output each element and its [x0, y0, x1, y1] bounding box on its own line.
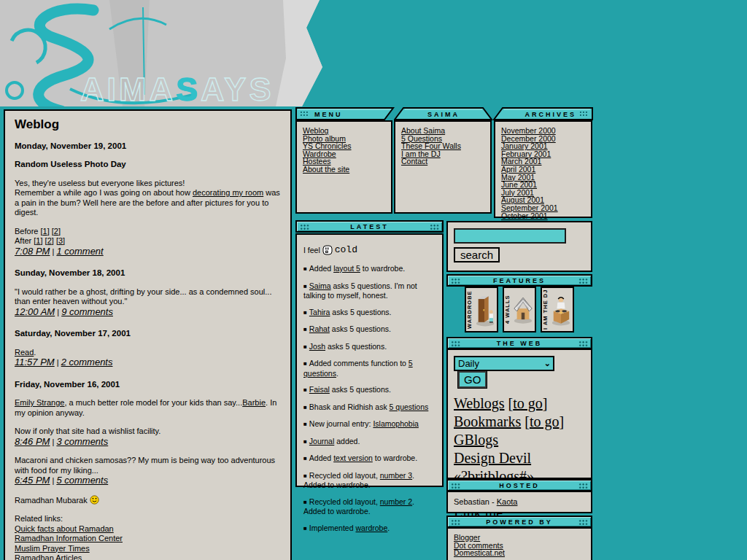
- weblog-block: Macaroni and chicken samosas?? My mum is…: [15, 456, 281, 486]
- inline-link[interactable]: to go: [513, 395, 543, 411]
- inline-link[interactable]: layout 5: [333, 264, 360, 273]
- text: Remember a while ago I was going on abou…: [15, 188, 193, 197]
- inline-link[interactable]: Faisal: [309, 385, 330, 394]
- dots-ornament: [451, 341, 460, 347]
- menu-header-tab: MENU: [295, 107, 395, 121]
- text: Macaroni and chicken samosas?? My mum is…: [15, 456, 275, 475]
- inline-link[interactable]: to go: [530, 413, 560, 429]
- text: .: [34, 348, 36, 357]
- inline-link[interactable]: Kaota: [497, 497, 518, 506]
- text: "I would rather be a ghost, drifting by …: [15, 287, 271, 306]
- text: Saturday, November 17, 2001: [15, 329, 131, 338]
- square-bullet-icon: ■: [303, 283, 307, 289]
- latest-item: ■Implemented wardrobe.: [303, 524, 436, 534]
- inline-link[interactable]: 3 comments: [56, 436, 108, 447]
- inline-link[interactable]: Barbie: [242, 398, 266, 407]
- inline-link[interactable]: 6:45 PM: [15, 475, 50, 486]
- hosted-header-label: HOSTED: [499, 482, 540, 489]
- inline-link[interactable]: GBlogs: [454, 432, 498, 448]
- inline-link[interactable]: Weblogs: [454, 395, 505, 411]
- latest-item: ■Saima asks 5 questions. I'm not talking…: [303, 281, 436, 300]
- hosted-header-bar: HOSTED: [446, 479, 592, 491]
- text: Related links:: [15, 514, 63, 523]
- text: ]: [58, 227, 61, 236]
- menu-header-label: MENU: [314, 111, 343, 118]
- text: Random Useless Photo Day: [15, 160, 126, 168]
- inline-link[interactable]: 11:57 PM: [15, 357, 55, 368]
- fourwalls-card-label: 4 WALLS: [504, 288, 511, 331]
- web-link-line: Design Devil: [454, 449, 585, 467]
- text: asks 5 questions.: [330, 308, 391, 316]
- search-button[interactable]: search: [454, 247, 500, 262]
- inline-link[interactable]: number 2: [380, 497, 412, 506]
- web-header-label: THE WEB: [497, 340, 543, 347]
- feature-card-4walls[interactable]: 4 WALLS: [503, 287, 536, 332]
- weblog-block: Read.11:57 PM | 2 comments: [15, 348, 281, 368]
- inline-link[interactable]: Josh: [309, 342, 325, 351]
- square-bullet-icon: ■: [303, 421, 307, 427]
- inline-link[interactable]: Journal: [309, 437, 334, 446]
- search-input[interactable]: [454, 228, 566, 244]
- inline-link[interactable]: 12:00 AM: [15, 306, 55, 317]
- inline-link[interactable]: 8:46 PM: [15, 436, 50, 447]
- latest-item: ■New journal entry: Islamophobia: [303, 419, 436, 429]
- feature-card-wardrobe[interactable]: WARDROBE: [465, 287, 498, 332]
- mood-prefix: I feel: [303, 246, 320, 255]
- weblog-block: Now if only that site had a wishlist fac…: [15, 427, 281, 447]
- inline-link[interactable]: 9 comments: [61, 306, 113, 317]
- go-button[interactable]: GO: [458, 371, 487, 388]
- square-bullet-icon: ■: [303, 499, 307, 505]
- text: |: [55, 358, 61, 367]
- inline-link[interactable]: Muslim Prayer Times: [15, 544, 90, 553]
- inline-link[interactable]: 1 comment: [56, 246, 103, 257]
- web-link-line: Bookmarks [to go]: [454, 413, 585, 431]
- inline-link[interactable]: decorating my room: [193, 188, 263, 197]
- inline-link[interactable]: Quick facts about Ramadan: [15, 524, 114, 533]
- latest-item: ■Added comments function to 5 questions.: [303, 359, 436, 378]
- inline-link[interactable]: Islamophobia: [373, 419, 418, 428]
- text: Ramadhan Mubarak: [15, 496, 90, 505]
- inline-link[interactable]: 5 comments: [56, 475, 108, 486]
- dots-ornament: [430, 224, 439, 230]
- square-bullet-icon: ■: [303, 455, 307, 462]
- square-bullet-icon: ■: [303, 525, 307, 532]
- inline-link[interactable]: Emily Strange: [15, 398, 64, 407]
- inline-link[interactable]: text version: [333, 454, 373, 462]
- text: Implemented: [309, 524, 356, 532]
- inline-link[interactable]: Design Devil: [454, 450, 531, 466]
- text: ] [: [47, 227, 54, 236]
- inline-link[interactable]: Ramadhan Information Center: [15, 534, 123, 542]
- inline-link[interactable]: Bookmarks: [454, 413, 521, 429]
- inline-link[interactable]: 5 questions: [390, 402, 429, 411]
- text: ]: [63, 236, 65, 245]
- text: Sunday, November 18, 2001: [15, 268, 125, 277]
- site-logo-text[interactable]: AIMASAYS: [80, 71, 274, 109]
- inline-link[interactable]: Domesticat.net: [454, 548, 505, 557]
- latest-item: ■Recycled old layout, number 3. Added to…: [303, 471, 436, 490]
- logo-text-mid: S: [176, 71, 201, 108]
- inline-link[interactable]: Ramadhan Articles: [15, 553, 82, 560]
- inline-link[interactable]: Tahira: [309, 308, 330, 316]
- text: Added: [309, 454, 333, 462]
- text: to wardrobe.: [373, 454, 417, 462]
- web-period-select[interactable]: Daily: [454, 356, 554, 371]
- inline-link[interactable]: October 2001: [501, 211, 548, 220]
- inline-link[interactable]: Rahat: [309, 324, 330, 333]
- dots-ornament: [578, 483, 588, 489]
- text: to wardrobe.: [360, 264, 405, 273]
- inline-link[interactable]: number 3: [380, 471, 412, 480]
- inline-link[interactable]: Read: [15, 348, 34, 357]
- weblog-block: Emily Strange, a much better role model …: [15, 398, 281, 418]
- inline-link[interactable]: Saima: [309, 281, 331, 290]
- text: Recycled old layout,: [309, 497, 380, 506]
- link-row: Domesticat.net: [454, 549, 585, 557]
- inline-link[interactable]: wardrobe: [355, 524, 387, 532]
- feature-card-dj[interactable]: I AM THE DJ: [541, 287, 574, 332]
- inline-link[interactable]: About the site: [303, 165, 349, 174]
- square-bullet-icon: ■: [303, 404, 307, 411]
- inline-link[interactable]: 7:08 PM: [15, 246, 50, 257]
- inline-link[interactable]: Contact: [401, 157, 427, 166]
- inline-link[interactable]: 2 comments: [61, 357, 113, 368]
- dots-ornament: [451, 519, 460, 526]
- text: added.: [334, 437, 360, 446]
